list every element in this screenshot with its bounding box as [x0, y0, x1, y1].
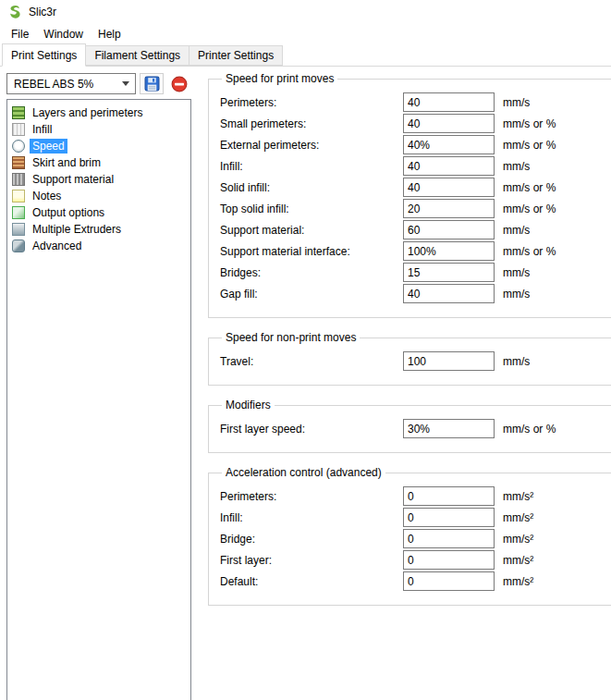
setting-input-perimeters[interactable]	[403, 92, 495, 112]
setting-row: Infill:mm/s²	[220, 508, 608, 527]
content-area: REBEL ABS 5%	[0, 67, 611, 700]
setting-input-travel[interactable]	[403, 351, 495, 371]
left-panel: REBEL ABS 5%	[0, 67, 198, 700]
settings-group-speed-for-non-print-moves: Speed for non-print movesTravel:mm/s	[208, 331, 611, 386]
group-title: Modifiers	[222, 399, 275, 411]
setting-unit: mm/s	[503, 288, 530, 301]
sidebar-item-label: Advanced	[30, 239, 84, 253]
save-preset-button[interactable]	[140, 73, 164, 94]
setting-label: Support material:	[220, 224, 403, 237]
menu-file[interactable]: File	[4, 25, 36, 43]
setting-row: Perimeters:mm/s²	[220, 486, 608, 506]
setting-unit: mm/s or %	[503, 181, 556, 194]
sidebar-item-label: Skirt and brim	[30, 155, 104, 170]
sidebar-item-speed[interactable]: Speed	[7, 138, 190, 154]
setting-unit: mm/s²	[503, 511, 533, 524]
sidebar-item-label: Layers and perimeters	[30, 105, 145, 120]
setting-unit: mm/s or %	[503, 245, 556, 258]
sidebar-item-skirt-and-brim[interactable]: Skirt and brim	[7, 154, 190, 171]
settings-group-speed-for-print-moves: Speed for print movesPerimeters:mm/sSmal…	[208, 72, 611, 318]
extruders-icon	[12, 223, 25, 236]
group-title: Speed for non-print moves	[222, 331, 360, 344]
setting-input-support-material[interactable]	[403, 220, 495, 239]
setting-row: Infill:mm/s	[220, 156, 608, 176]
slic3r-logo-icon	[7, 5, 23, 20]
tab-print-settings[interactable]: Print Settings	[2, 43, 86, 67]
setting-label: Perimeters:	[220, 490, 403, 503]
sidebar-item-label: Infill	[30, 122, 55, 137]
layers-icon	[12, 106, 25, 119]
setting-unit: mm/s	[503, 266, 530, 279]
sidebar-item-multiple-extruders[interactable]: Multiple Extruders	[7, 221, 190, 238]
setting-unit: mm/s or %	[503, 203, 556, 215]
support-icon	[12, 173, 25, 186]
setting-unit: mm/s or %	[503, 423, 556, 436]
setting-unit: mm/s²	[503, 533, 533, 546]
tab-printer-settings[interactable]: Printer Settings	[189, 45, 283, 66]
setting-label: Top solid infill:	[220, 203, 403, 215]
sidebar-item-support-material[interactable]: Support material	[7, 171, 190, 188]
setting-label: Gap fill:	[220, 288, 403, 301]
setting-label: First layer:	[220, 554, 403, 567]
sidebar-item-infill[interactable]: Infill	[7, 121, 190, 138]
sidebar-item-output-options[interactable]: Output options	[7, 204, 190, 221]
setting-row: Perimeters:mm/s	[220, 92, 608, 112]
setting-input-support-material-interface[interactable]	[403, 241, 495, 261]
setting-input-infill[interactable]	[403, 508, 495, 527]
save-icon	[144, 76, 160, 92]
setting-row: Small perimeters:mm/s or %	[220, 114, 608, 133]
settings-panel: Speed for print movesPerimeters:mm/sSmal…	[198, 67, 611, 700]
setting-label: Solid infill:	[220, 181, 403, 194]
menubar: File Window Help	[0, 24, 611, 44]
setting-input-external-perimeters[interactable]	[403, 135, 495, 154]
setting-input-infill[interactable]	[403, 156, 495, 176]
setting-input-solid-infill[interactable]	[403, 178, 495, 197]
sidebar-item-notes[interactable]: Notes	[7, 188, 190, 204]
setting-row: Bridges:mm/s	[220, 263, 608, 282]
setting-row: Top solid infill:mm/s or %	[220, 199, 608, 218]
delete-preset-button[interactable]	[167, 73, 191, 94]
setting-input-gap-fill[interactable]	[403, 284, 495, 303]
window-title: Slic3r	[29, 6, 56, 18]
menu-window[interactable]: Window	[36, 25, 91, 43]
setting-row: Gap fill:mm/s	[220, 284, 608, 303]
sidebar-item-advanced[interactable]: Advanced	[7, 238, 190, 254]
setting-label: Bridge:	[220, 533, 403, 546]
setting-label: Support material interface:	[220, 245, 403, 258]
group-title: Speed for print moves	[222, 72, 337, 85]
setting-input-default[interactable]	[403, 571, 495, 591]
menu-help[interactable]: Help	[91, 25, 128, 43]
advanced-icon	[12, 239, 25, 252]
setting-input-bridge[interactable]	[403, 529, 495, 548]
setting-unit: mm/s or %	[503, 139, 556, 152]
preset-select[interactable]: REBEL ABS 5%	[6, 73, 136, 94]
setting-unit: mm/s	[503, 224, 530, 237]
setting-row: First layer:mm/s²	[220, 550, 608, 570]
sidebar-item-label: Output options	[30, 205, 107, 220]
setting-unit: mm/s	[503, 96, 530, 109]
output-icon	[12, 206, 25, 219]
setting-input-top-solid-infill[interactable]	[403, 199, 495, 218]
setting-unit: mm/s²	[503, 490, 533, 503]
setting-row: Travel:mm/s	[220, 351, 608, 371]
setting-label: Default:	[220, 575, 403, 588]
preset-toolbar: REBEL ABS 5%	[6, 73, 191, 94]
setting-input-bridges[interactable]	[403, 263, 495, 282]
slic3r-window: Slic3r File Window Help Print Settings F…	[0, 0, 611, 700]
setting-input-first-layer[interactable]	[403, 550, 495, 570]
setting-row: External perimeters:mm/s or %	[220, 135, 608, 154]
setting-label: Travel:	[220, 355, 403, 368]
speed-icon	[12, 140, 25, 153]
setting-input-first-layer-speed[interactable]	[403, 419, 495, 438]
setting-row: Support material:mm/s	[220, 220, 608, 239]
sidebar-item-layers-and-perimeters[interactable]: Layers and perimeters	[7, 104, 190, 121]
group-title: Acceleration control (advanced)	[222, 466, 385, 479]
setting-label: Small perimeters:	[220, 117, 403, 130]
tab-filament-settings[interactable]: Filament Settings	[85, 45, 189, 66]
notes-icon	[12, 190, 25, 203]
setting-label: Bridges:	[220, 266, 403, 279]
tabbar: Print Settings Filament Settings Printer…	[0, 44, 611, 67]
setting-input-perimeters[interactable]	[403, 486, 495, 506]
infill-icon	[12, 123, 25, 136]
setting-input-small-perimeters[interactable]	[403, 114, 495, 133]
